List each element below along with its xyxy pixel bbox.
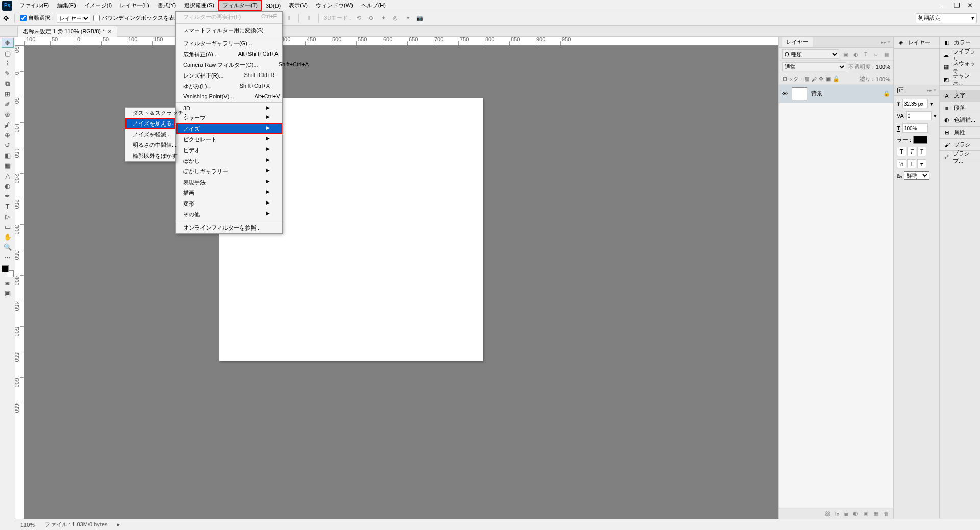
move-tool[interactable]: ✥ xyxy=(2,38,14,48)
hand-tool[interactable]: ✋ xyxy=(2,232,14,242)
visibility-icon[interactable]: 👁 xyxy=(782,91,788,97)
eyedropper-tool[interactable]: ✐ xyxy=(2,99,14,109)
edit-toolbar[interactable]: ⋯ xyxy=(2,252,14,262)
filter-shape-icon[interactable]: ▱ xyxy=(872,50,880,58)
filter-pixel-icon[interactable]: ▣ xyxy=(841,50,849,58)
brush-tool[interactable]: 🖌 xyxy=(2,119,14,130)
fx-icon[interactable]: fx xyxy=(835,511,840,517)
group-icon[interactable]: ▣ xyxy=(863,510,868,517)
filter-camera-raw[interactable]: Camera Raw フィルター(C)...Shift+Ctrl+A xyxy=(176,60,282,70)
new-layer-icon[interactable]: ▦ xyxy=(873,510,878,517)
menu-書式y[interactable]: 書式(Y) xyxy=(154,0,181,11)
auto-select-checkbox[interactable]: 自動選択 : xyxy=(20,14,54,22)
filter-sub-5[interactable]: ぼかし▶ xyxy=(176,156,282,166)
lock-all-icon[interactable]: 🔒 xyxy=(833,75,840,82)
status-arrow-icon[interactable]: ▸ xyxy=(117,521,120,528)
filter-sub-4[interactable]: ビデオ▶ xyxy=(176,145,282,156)
adjustment-icon[interactable]: ◐ xyxy=(853,510,858,517)
close-tab-icon[interactable]: ✕ xyxy=(108,29,112,34)
filter-smart-icon[interactable]: ▦ xyxy=(882,50,890,58)
correction-tab-label[interactable]: |正 xyxy=(897,86,904,94)
filter-sub-1[interactable]: シャープ▶ xyxy=(176,113,282,123)
lock-position-icon[interactable]: ✥ xyxy=(819,75,823,82)
layer-item[interactable]: 👁 背景 🔒 xyxy=(779,85,893,103)
path-select-tool[interactable]: ▷ xyxy=(2,211,14,221)
filter-wide-angle[interactable]: 広角補正(A)...Alt+Shift+Ctrl+A xyxy=(176,49,282,60)
filter-liquify[interactable]: ゆがみ(L)...Shift+Ctrl+X xyxy=(176,81,282,92)
filter-sub-3[interactable]: ピクセレート▶ xyxy=(176,134,282,145)
lock-transparent-icon[interactable]: ▧ xyxy=(804,75,809,82)
mask-icon[interactable]: ◙ xyxy=(844,511,848,517)
workspace-selector[interactable]: 初期設定▾ xyxy=(916,13,977,23)
layer-kind-filter[interactable]: Q 種類 xyxy=(782,49,839,59)
stamp-tool[interactable]: ⊕ xyxy=(2,130,14,140)
standard-button[interactable]: T xyxy=(907,159,916,168)
document-tab[interactable]: 名称未設定 1 @ 110% (RGB/8) * ✕ xyxy=(17,26,117,37)
type-tool[interactable]: T xyxy=(2,201,14,211)
quick-mask-tool[interactable]: ◙ xyxy=(2,277,14,288)
tracking-input[interactable] xyxy=(906,111,932,120)
filter-sub-9[interactable]: 変形▶ xyxy=(176,198,282,209)
pen-tool[interactable]: ✒ xyxy=(2,191,14,201)
menu-イメージi[interactable]: イメージ(I) xyxy=(80,0,116,11)
filter-sub-6[interactable]: ぼかしギャラリー▶ xyxy=(176,166,282,177)
lasso-tool[interactable]: ⌇ xyxy=(2,58,14,68)
filter-gallery[interactable]: フィルターギャラリー(G)... xyxy=(176,38,282,49)
healing-tool[interactable]: ⊛ xyxy=(2,109,14,119)
filter-vanishing[interactable]: Vanishing Point(V)...Alt+Ctrl+V xyxy=(176,92,282,101)
show-bbox-checkbox[interactable]: バウンディングボックスを表示 xyxy=(93,14,180,22)
properties-minitab[interactable]: ⊞属性 xyxy=(940,127,980,139)
fg-color-swatch[interactable] xyxy=(2,265,9,272)
filter-sub-0[interactable]: 3D▶ xyxy=(176,104,282,113)
menu-表示v[interactable]: 表示(V) xyxy=(285,0,312,11)
filter-adjust-icon[interactable]: ◐ xyxy=(851,50,860,58)
character-minitab[interactable]: A文字 xyxy=(940,90,980,102)
noise-item-1[interactable]: ノイズを加える... xyxy=(125,118,175,129)
layers-tab[interactable]: レイヤー xyxy=(782,37,813,47)
layer-lock-icon[interactable]: 🔒 xyxy=(883,90,890,97)
brushes-preset-minitab[interactable]: ⇄ブラシプ... xyxy=(940,151,980,163)
filter-sub-8[interactable]: 描画▶ xyxy=(176,188,282,198)
filter-sub-10[interactable]: その他▶ xyxy=(176,209,282,220)
filter-sub-2[interactable]: ノイズ▶ xyxy=(176,123,282,134)
caps-button[interactable]: T xyxy=(917,147,926,156)
eraser-tool[interactable]: ◧ xyxy=(2,150,14,160)
filter-lens[interactable]: レンズ補正(R)...Shift+Ctrl+R xyxy=(176,70,282,81)
minimize-icon[interactable]: — xyxy=(940,2,947,9)
lock-image-icon[interactable]: 🖌 xyxy=(811,76,817,82)
screen-mode-tool[interactable]: ▣ xyxy=(2,288,14,298)
frame-tool[interactable]: ⊞ xyxy=(2,89,14,99)
noise-item-4[interactable]: 輪郭以外をぼかす xyxy=(125,150,175,161)
noise-item-0[interactable]: ダスト＆スクラッチ... xyxy=(125,108,175,118)
quick-select-tool[interactable]: ✎ xyxy=(2,68,14,79)
blend-mode-select[interactable]: 通常 xyxy=(782,62,846,71)
aa-select[interactable]: 鮮明 xyxy=(904,171,929,180)
bold-button[interactable]: T xyxy=(897,147,906,156)
menu-編集e[interactable]: 編集(E) xyxy=(53,0,80,11)
auto-select-type[interactable]: レイヤー xyxy=(57,14,90,23)
collapse-icon[interactable]: ▸▸ ≡ xyxy=(881,40,890,45)
filter-type-icon[interactable]: T xyxy=(862,50,870,58)
history-brush-tool[interactable]: ↺ xyxy=(2,140,14,150)
menu-ウィンドウw[interactable]: ウィンドウ(W) xyxy=(312,0,357,11)
menu-3dd[interactable]: 3D(D) xyxy=(262,1,285,10)
maximize-icon[interactable]: ❐ xyxy=(954,2,960,9)
crop-tool[interactable]: ⧉ xyxy=(2,79,14,89)
delete-icon[interactable]: 🗑 xyxy=(884,511,889,517)
menu-ファイルf[interactable]: ファイル(F) xyxy=(15,0,53,11)
menu-レイヤーl[interactable]: レイヤー(L) xyxy=(116,0,153,11)
paragraph-minitab[interactable]: ≡段落 xyxy=(940,102,980,114)
file-info[interactable]: ファイル : 1.03M/0 bytes xyxy=(45,521,107,528)
channels-minitab[interactable]: ◩チャンネ... xyxy=(940,73,980,86)
menu-選択範囲s[interactable]: 選択範囲(S) xyxy=(180,0,218,11)
adjustments-minitab[interactable]: ◐色調補... xyxy=(940,114,980,127)
filter-rerun[interactable]: フィルターの再実行(F)Ctrl+F xyxy=(176,12,282,22)
layer-minitab[interactable]: ◈レイヤー xyxy=(894,37,939,49)
zoom-tool[interactable]: 🔍 xyxy=(2,242,14,252)
gradient-tool[interactable]: ▦ xyxy=(2,160,14,170)
italic-button[interactable]: T xyxy=(907,147,916,156)
color-swatches[interactable] xyxy=(2,265,14,277)
dodge-tool[interactable]: ◐ xyxy=(2,181,14,191)
opacity-value[interactable]: 100% xyxy=(876,64,890,70)
text-color-swatch[interactable] xyxy=(913,136,927,144)
